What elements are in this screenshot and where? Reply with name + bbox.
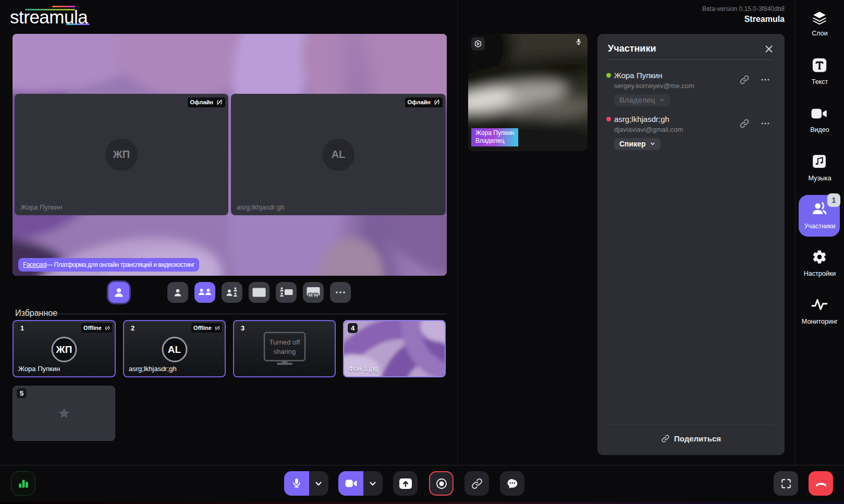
svg-text:Turned off: Turned off bbox=[269, 338, 300, 346]
svg-text:sharing: sharing bbox=[273, 348, 296, 355]
